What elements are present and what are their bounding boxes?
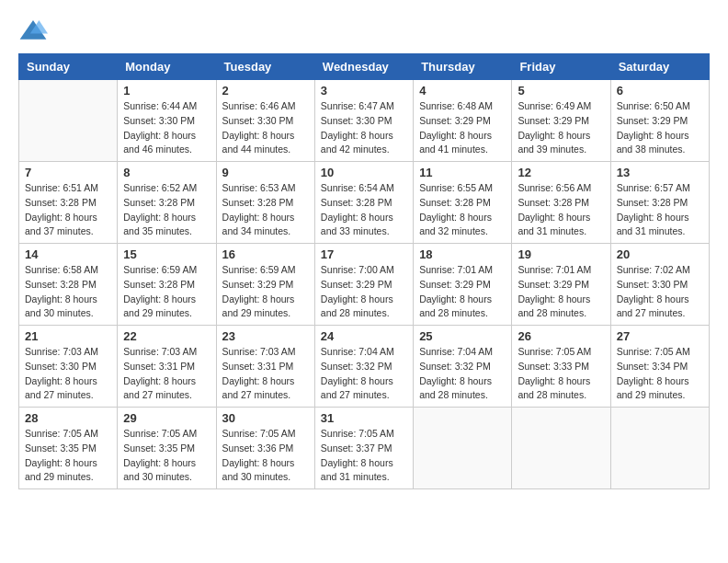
day-number: 28: [25, 411, 111, 425]
calendar-cell: 7Sunrise: 6:51 AM Sunset: 3:28 PM Daylig…: [19, 162, 118, 244]
day-info: Sunrise: 6:53 AM Sunset: 3:28 PM Dayligh…: [222, 181, 309, 239]
calendar-cell: [19, 80, 118, 162]
calendar-cell: 30Sunrise: 7:05 AM Sunset: 3:36 PM Dayli…: [216, 408, 314, 489]
calendar-cell: 15Sunrise: 6:59 AM Sunset: 3:28 PM Dayli…: [118, 244, 216, 326]
calendar-week-row: 1Sunrise: 6:44 AM Sunset: 3:30 PM Daylig…: [19, 80, 710, 162]
weekday-header-tuesday: Tuesday: [216, 54, 314, 80]
weekday-header-row: SundayMondayTuesdayWednesdayThursdayFrid…: [19, 54, 710, 80]
day-number: 11: [419, 166, 506, 179]
day-number: 10: [321, 166, 407, 179]
day-info: Sunrise: 7:05 AM Sunset: 3:33 PM Dayligh…: [518, 345, 604, 403]
day-info: Sunrise: 7:05 AM Sunset: 3:35 PM Dayligh…: [123, 427, 210, 485]
day-number: 24: [321, 329, 407, 343]
day-number: 25: [419, 329, 506, 343]
day-number: 15: [123, 247, 210, 261]
day-info: Sunrise: 6:55 AM Sunset: 3:28 PM Dayligh…: [419, 181, 506, 239]
day-number: 31: [321, 411, 407, 425]
calendar-cell: 17Sunrise: 7:00 AM Sunset: 3:29 PM Dayli…: [314, 244, 413, 326]
day-number: 2: [222, 84, 309, 98]
day-number: 7: [25, 166, 111, 179]
day-info: Sunrise: 6:50 AM Sunset: 3:29 PM Dayligh…: [617, 99, 703, 157]
day-info: Sunrise: 7:05 AM Sunset: 3:37 PM Dayligh…: [321, 427, 407, 485]
day-number: 18: [419, 247, 506, 261]
day-info: Sunrise: 6:57 AM Sunset: 3:28 PM Dayligh…: [617, 181, 703, 239]
day-info: Sunrise: 7:02 AM Sunset: 3:30 PM Dayligh…: [617, 263, 703, 321]
calendar-cell: 24Sunrise: 7:04 AM Sunset: 3:32 PM Dayli…: [314, 326, 413, 408]
day-info: Sunrise: 7:04 AM Sunset: 3:32 PM Dayligh…: [419, 345, 506, 403]
calendar-week-row: 21Sunrise: 7:03 AM Sunset: 3:30 PM Dayli…: [19, 326, 710, 408]
day-info: Sunrise: 6:52 AM Sunset: 3:28 PM Dayligh…: [123, 181, 210, 239]
logo-icon: [18, 18, 48, 44]
day-info: Sunrise: 6:48 AM Sunset: 3:29 PM Dayligh…: [419, 99, 506, 157]
calendar-cell: 20Sunrise: 7:02 AM Sunset: 3:30 PM Dayli…: [610, 244, 709, 326]
calendar-cell: 19Sunrise: 7:01 AM Sunset: 3:29 PM Dayli…: [512, 244, 610, 326]
calendar-cell: 22Sunrise: 7:03 AM Sunset: 3:31 PM Dayli…: [118, 326, 216, 408]
calendar-cell: 21Sunrise: 7:03 AM Sunset: 3:30 PM Dayli…: [19, 326, 118, 408]
day-info: Sunrise: 7:01 AM Sunset: 3:29 PM Dayligh…: [419, 263, 506, 321]
day-info: Sunrise: 7:01 AM Sunset: 3:29 PM Dayligh…: [518, 263, 604, 321]
weekday-header-monday: Monday: [118, 54, 216, 80]
calendar-cell: 10Sunrise: 6:54 AM Sunset: 3:28 PM Dayli…: [314, 162, 413, 244]
calendar-cell: 6Sunrise: 6:50 AM Sunset: 3:29 PM Daylig…: [610, 80, 709, 162]
day-number: 1: [123, 84, 210, 98]
day-number: 27: [617, 329, 703, 343]
calendar-cell: 27Sunrise: 7:05 AM Sunset: 3:34 PM Dayli…: [610, 326, 709, 408]
calendar-cell: 4Sunrise: 6:48 AM Sunset: 3:29 PM Daylig…: [414, 80, 512, 162]
day-number: 17: [321, 247, 407, 261]
calendar-cell: 23Sunrise: 7:03 AM Sunset: 3:31 PM Dayli…: [216, 326, 314, 408]
calendar-cell: 13Sunrise: 6:57 AM Sunset: 3:28 PM Dayli…: [610, 162, 709, 244]
calendar-week-row: 28Sunrise: 7:05 AM Sunset: 3:35 PM Dayli…: [19, 408, 710, 489]
calendar-cell: 16Sunrise: 6:59 AM Sunset: 3:29 PM Dayli…: [216, 244, 314, 326]
day-number: 3: [321, 84, 407, 98]
day-number: 8: [123, 166, 210, 179]
day-number: 26: [518, 329, 604, 343]
calendar-week-row: 7Sunrise: 6:51 AM Sunset: 3:28 PM Daylig…: [19, 162, 710, 244]
calendar-cell: 29Sunrise: 7:05 AM Sunset: 3:35 PM Dayli…: [118, 408, 216, 489]
day-info: Sunrise: 6:54 AM Sunset: 3:28 PM Dayligh…: [321, 181, 407, 239]
day-number: 19: [518, 247, 604, 261]
day-info: Sunrise: 7:04 AM Sunset: 3:32 PM Dayligh…: [321, 345, 407, 403]
calendar-cell: 14Sunrise: 6:58 AM Sunset: 3:28 PM Dayli…: [19, 244, 118, 326]
day-number: 4: [419, 84, 506, 98]
day-number: 21: [25, 329, 111, 343]
calendar-week-row: 14Sunrise: 6:58 AM Sunset: 3:28 PM Dayli…: [19, 244, 710, 326]
day-info: Sunrise: 6:44 AM Sunset: 3:30 PM Dayligh…: [123, 99, 210, 157]
day-number: 22: [123, 329, 210, 343]
day-number: 5: [518, 84, 604, 98]
day-number: 30: [222, 411, 309, 425]
calendar-cell: 11Sunrise: 6:55 AM Sunset: 3:28 PM Dayli…: [414, 162, 512, 244]
day-number: 14: [25, 247, 111, 261]
calendar-cell: [610, 408, 709, 489]
weekday-header-sunday: Sunday: [19, 54, 118, 80]
page-header: [18, 18, 710, 44]
calendar-cell: 8Sunrise: 6:52 AM Sunset: 3:28 PM Daylig…: [118, 162, 216, 244]
calendar-cell: 18Sunrise: 7:01 AM Sunset: 3:29 PM Dayli…: [414, 244, 512, 326]
day-info: Sunrise: 6:49 AM Sunset: 3:29 PM Dayligh…: [518, 99, 604, 157]
day-info: Sunrise: 7:00 AM Sunset: 3:29 PM Dayligh…: [321, 263, 407, 321]
day-number: 20: [617, 247, 703, 261]
day-info: Sunrise: 6:47 AM Sunset: 3:30 PM Dayligh…: [321, 99, 407, 157]
calendar-cell: [512, 408, 610, 489]
day-info: Sunrise: 7:03 AM Sunset: 3:31 PM Dayligh…: [123, 345, 210, 403]
calendar-cell: 28Sunrise: 7:05 AM Sunset: 3:35 PM Dayli…: [19, 408, 118, 489]
day-info: Sunrise: 7:05 AM Sunset: 3:36 PM Dayligh…: [222, 427, 309, 485]
day-number: 6: [617, 84, 703, 98]
calendar-cell: 1Sunrise: 6:44 AM Sunset: 3:30 PM Daylig…: [118, 80, 216, 162]
logo: [18, 18, 50, 44]
calendar-cell: 31Sunrise: 7:05 AM Sunset: 3:37 PM Dayli…: [314, 408, 413, 489]
day-number: 12: [518, 166, 604, 179]
calendar-cell: [414, 408, 512, 489]
calendar-cell: 9Sunrise: 6:53 AM Sunset: 3:28 PM Daylig…: [216, 162, 314, 244]
day-info: Sunrise: 6:51 AM Sunset: 3:28 PM Dayligh…: [25, 181, 111, 239]
day-info: Sunrise: 6:56 AM Sunset: 3:28 PM Dayligh…: [518, 181, 604, 239]
weekday-header-saturday: Saturday: [610, 54, 709, 80]
calendar-cell: 3Sunrise: 6:47 AM Sunset: 3:30 PM Daylig…: [314, 80, 413, 162]
calendar-table: SundayMondayTuesdayWednesdayThursdayFrid…: [18, 53, 710, 489]
day-number: 13: [617, 166, 703, 179]
day-info: Sunrise: 7:05 AM Sunset: 3:35 PM Dayligh…: [25, 427, 111, 485]
day-number: 23: [222, 329, 309, 343]
day-number: 9: [222, 166, 309, 179]
day-number: 29: [123, 411, 210, 425]
day-info: Sunrise: 6:59 AM Sunset: 3:28 PM Dayligh…: [123, 263, 210, 321]
day-info: Sunrise: 6:59 AM Sunset: 3:29 PM Dayligh…: [222, 263, 309, 321]
